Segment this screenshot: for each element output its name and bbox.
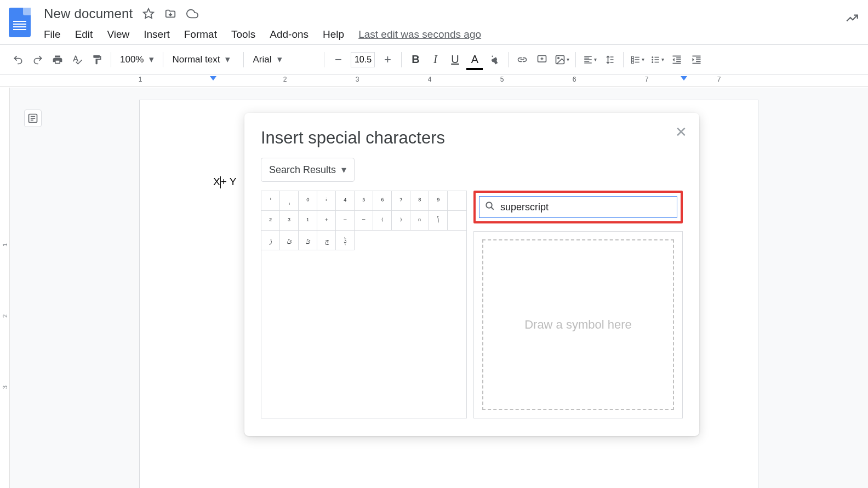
- character-cell[interactable]: ⁶: [373, 191, 392, 211]
- horizontal-ruler: 1 2 3 4 5 6 7 7: [0, 74, 868, 87]
- explore-icon[interactable]: [845, 11, 859, 27]
- character-cell[interactable]: ³: [280, 211, 299, 231]
- text-color-button[interactable]: A: [465, 50, 484, 69]
- character-grid: ˈˌ⁰ⁱ⁴⁵⁶⁷⁸⁹²³¹⁺⁻⁼⁽⁾ⁿݳݬݵݶݼݙ: [261, 191, 467, 418]
- character-cell[interactable]: ⁺: [317, 211, 336, 231]
- menu-view[interactable]: View: [107, 28, 129, 41]
- app-header: New document File Edit View Insert Forma…: [0, 0, 868, 45]
- outline-button[interactable]: [24, 110, 42, 127]
- character-cell[interactable]: ⁵: [355, 191, 373, 211]
- ruler-num: 5: [500, 76, 504, 83]
- print-button[interactable]: [48, 50, 67, 69]
- last-edit-link[interactable]: Last edit was seconds ago: [358, 28, 481, 41]
- character-cell[interactable]: ⁰: [299, 191, 317, 211]
- increase-indent-button[interactable]: [687, 50, 706, 69]
- svg-point-14: [486, 202, 492, 208]
- bulleted-list-button[interactable]: ▾: [648, 50, 666, 69]
- close-icon[interactable]: ✕: [675, 124, 687, 141]
- ruler-num: 2: [283, 76, 287, 83]
- svg-point-8: [652, 59, 653, 60]
- character-cell[interactable]: ݙ: [336, 231, 355, 250]
- align-button[interactable]: ▾: [580, 50, 599, 69]
- zoom-select[interactable]: 100%▾: [116, 50, 158, 69]
- menu-bar: File Edit View Insert Format Tools Add-o…: [44, 23, 845, 41]
- decrease-font-button[interactable]: −: [329, 50, 347, 69]
- search-icon: [485, 201, 495, 213]
- character-cell[interactable]: ¹: [299, 211, 317, 231]
- svg-point-7: [652, 56, 653, 58]
- character-cell[interactable]: ݵ: [280, 231, 299, 250]
- document-content[interactable]: X+ Y: [213, 176, 236, 188]
- menu-tools[interactable]: Tools: [231, 28, 255, 41]
- insert-link-button[interactable]: [513, 50, 532, 69]
- character-cell[interactable]: ²: [261, 211, 280, 231]
- font-size-input[interactable]: [351, 52, 375, 67]
- search-box[interactable]: [479, 196, 677, 218]
- ruler-num: 7: [645, 76, 649, 83]
- character-cell[interactable]: ݶ: [299, 231, 317, 250]
- menu-help[interactable]: Help: [323, 28, 344, 41]
- menu-file[interactable]: File: [44, 28, 61, 41]
- character-cell[interactable]: ⁽: [373, 211, 392, 231]
- docs-logo-icon[interactable]: [9, 8, 31, 37]
- star-icon[interactable]: [142, 8, 155, 20]
- character-cell[interactable]: ⁾: [392, 211, 410, 231]
- font-select[interactable]: Arial▾: [248, 50, 319, 69]
- draw-symbol-box[interactable]: Draw a symbol here: [473, 231, 683, 418]
- character-cell[interactable]: ⁴: [336, 191, 355, 211]
- svg-marker-0: [144, 9, 153, 18]
- document-title[interactable]: New document: [44, 6, 133, 21]
- search-highlight-box: [473, 191, 683, 223]
- menu-edit[interactable]: Edit: [75, 28, 93, 41]
- character-cell[interactable]: ˌ: [280, 191, 299, 211]
- character-cell[interactable]: ⁱ: [317, 191, 336, 211]
- underline-button[interactable]: U: [446, 50, 464, 69]
- menu-format[interactable]: Format: [184, 28, 217, 41]
- insert-image-button[interactable]: ▾: [552, 50, 571, 69]
- character-cell[interactable]: ⁸: [410, 191, 429, 211]
- character-cell[interactable]: ⁷: [392, 191, 410, 211]
- add-comment-button[interactable]: [533, 50, 551, 69]
- move-icon[interactable]: [164, 8, 176, 20]
- special-characters-dialog: ✕ Insert special characters Search Resul…: [244, 113, 699, 436]
- paint-format-button[interactable]: [88, 50, 106, 69]
- character-cell[interactable]: ⁼: [355, 211, 373, 231]
- style-select[interactable]: Normal text▾: [168, 50, 239, 69]
- svg-line-15: [491, 207, 494, 210]
- menu-addons[interactable]: Add-ons: [270, 28, 309, 41]
- italic-button[interactable]: I: [426, 50, 444, 69]
- ruler-num: 1: [139, 76, 142, 83]
- ruler-num: 4: [428, 76, 432, 83]
- spellcheck-button[interactable]: [68, 50, 87, 69]
- increase-font-button[interactable]: +: [378, 50, 397, 69]
- character-cell[interactable]: ⁹: [429, 191, 448, 211]
- vertical-ruler: 1 2 3: [0, 88, 10, 488]
- character-cell[interactable]: ˈ: [261, 191, 280, 211]
- undo-button[interactable]: [9, 50, 27, 69]
- decrease-indent-button[interactable]: [667, 50, 686, 69]
- category-dropdown[interactable]: Search Results▾: [261, 158, 355, 182]
- search-input[interactable]: [500, 202, 671, 213]
- cloud-icon[interactable]: [186, 8, 198, 20]
- menu-insert[interactable]: Insert: [144, 28, 170, 41]
- character-cell[interactable]: ݳ: [429, 211, 448, 231]
- character-cell[interactable]: ݼ: [317, 231, 336, 250]
- highlight-button[interactable]: [485, 50, 504, 69]
- svg-point-9: [652, 61, 653, 63]
- draw-placeholder: Draw a symbol here: [524, 318, 632, 332]
- checklist-button[interactable]: ▾: [628, 50, 647, 69]
- character-cell[interactable]: ⁻: [336, 211, 355, 231]
- svg-point-3: [558, 57, 559, 59]
- dialog-title: Insert special characters: [261, 128, 683, 148]
- line-spacing-button[interactable]: [600, 50, 619, 69]
- bold-button[interactable]: B: [406, 50, 425, 69]
- character-cell[interactable]: ݬ: [261, 231, 280, 250]
- indent-marker-right[interactable]: [681, 76, 687, 81]
- redo-button[interactable]: [28, 50, 47, 69]
- indent-marker-left[interactable]: [210, 76, 216, 81]
- svg-rect-5: [631, 59, 633, 61]
- character-cell[interactable]: ⁿ: [410, 211, 429, 231]
- ruler-num: 3: [356, 76, 359, 83]
- ruler-num: 6: [573, 76, 576, 83]
- svg-rect-4: [631, 56, 633, 59]
